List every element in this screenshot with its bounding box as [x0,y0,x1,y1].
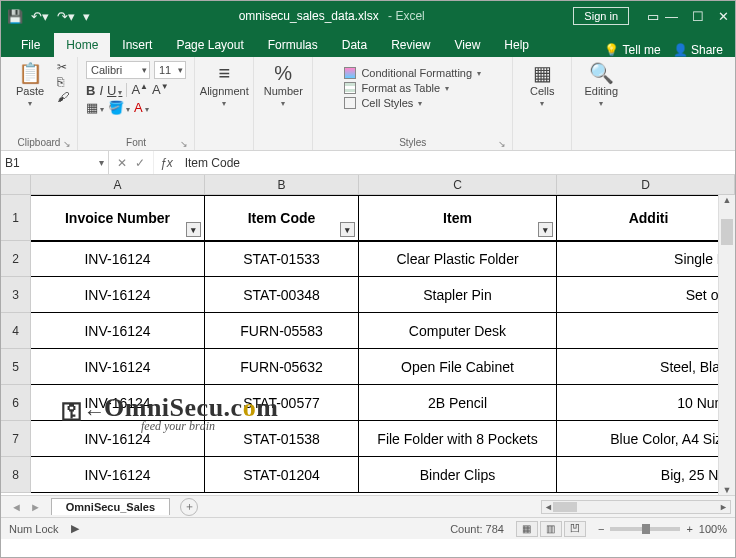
cell[interactable]: INV-16124 [31,277,205,313]
font-grow-icon[interactable]: A▲ [131,83,148,96]
row-header[interactable]: 4 [1,313,31,349]
horizontal-scrollbar[interactable]: ◄ ► [541,500,731,514]
copy-icon[interactable]: ⎘ [57,76,64,88]
undo-icon[interactable]: ↶▾ [31,9,49,24]
scroll-thumb[interactable] [721,219,733,245]
redo-icon[interactable]: ↷▾ [57,9,75,24]
fill-color-button[interactable]: 🪣 [108,101,130,114]
scroll-down-icon[interactable]: ▼ [723,485,732,495]
format-painter-icon[interactable]: 🖌 [57,91,69,103]
border-button[interactable]: ▦ [86,101,104,114]
row-header[interactable]: 7 [1,421,31,457]
cell[interactable]: STAT-01204 [205,457,359,493]
scroll-right-icon[interactable]: ► [719,502,728,512]
cell[interactable]: File Folder with 8 Pockets [359,421,557,457]
name-box[interactable]: B1 [1,151,109,174]
sign-in-button[interactable]: Sign in [573,7,629,25]
cell[interactable]: STAT-01533 [205,241,359,277]
hscroll-thumb[interactable] [553,502,577,512]
sheet-prev-icon[interactable]: ◄ [11,501,22,513]
font-size-select[interactable]: 11 [154,61,186,79]
filter-icon[interactable]: ▾ [340,222,355,237]
col-header-A[interactable]: A [31,175,205,194]
cell[interactable]: INV-16124 [31,241,205,277]
select-all-corner[interactable] [1,175,31,194]
row-header[interactable]: 2 [1,241,31,277]
cell[interactable]: 2B Pencil [359,385,557,421]
cells-button[interactable]: ▦ Cells ▾ [521,61,563,110]
tab-help[interactable]: Help [492,33,541,57]
new-sheet-button[interactable]: ＋ [180,498,198,516]
cell[interactable]: Binder Clips [359,457,557,493]
vertical-scrollbar[interactable]: ▲ ▼ [718,195,735,495]
scroll-left-icon[interactable]: ◄ [544,502,553,512]
col-header-D[interactable]: D [557,175,735,194]
cell[interactable]: Blue Color, A4 Size, [557,421,735,457]
filter-icon[interactable]: ▾ [186,222,201,237]
minimize-button[interactable]: — [665,9,678,24]
cell[interactable]: Big, 25 Nun [557,457,735,493]
tab-review[interactable]: Review [379,33,442,57]
col-header-C[interactable]: C [359,175,557,194]
tab-page-layout[interactable]: Page Layout [164,33,255,57]
macro-record-icon[interactable]: ▶ [71,522,79,535]
cut-icon[interactable]: ✂ [57,61,67,73]
filter-icon[interactable]: ▾ [538,222,553,237]
view-page-layout-button[interactable]: ▥ [540,521,562,537]
cell[interactable]: INV-16124 [31,385,205,421]
header-item-code[interactable]: Item Code ▾ [205,195,359,241]
close-button[interactable]: ✕ [718,9,729,24]
header-item[interactable]: Item ▾ [359,195,557,241]
cell-styles-button[interactable]: Cell Styles ▾ [344,97,422,109]
row-header[interactable]: 1 [1,195,31,241]
zoom-out-button[interactable]: − [598,523,604,535]
cell[interactable]: FURN-05583 [205,313,359,349]
tab-home[interactable]: Home [54,33,110,57]
enter-formula-icon[interactable]: ✓ [135,156,145,170]
save-icon[interactable]: 💾 [7,9,23,24]
font-name-select[interactable]: Calibri [86,61,150,79]
sheet-next-icon[interactable]: ► [30,501,41,513]
bold-button[interactable]: B [86,84,95,97]
tab-data[interactable]: Data [330,33,379,57]
number-button[interactable]: % Number ▾ [262,61,304,110]
ribbon-display-icon[interactable]: ▭ [647,9,659,24]
cell[interactable]: INV-16124 [31,313,205,349]
cell[interactable]: Computer Desk [359,313,557,349]
cell[interactable]: FURN-05632 [205,349,359,385]
row-header[interactable]: 3 [1,277,31,313]
cell[interactable]: STAT-00348 [205,277,359,313]
cell[interactable]: Clear Plastic Folder [359,241,557,277]
tell-me[interactable]: 💡 Tell me [604,43,660,57]
cell[interactable]: INV-16124 [31,349,205,385]
formula-bar[interactable]: Item Code [179,151,735,174]
fx-icon[interactable]: ƒx [154,151,179,174]
qat-customize-icon[interactable]: ▾ [83,9,90,24]
cell[interactable]: Single Po [557,241,735,277]
share-button[interactable]: 👤 Share [673,43,723,57]
view-page-break-button[interactable]: 凹 [564,521,586,537]
conditional-formatting-button[interactable]: Conditional Formatting ▾ [344,67,481,79]
editing-button[interactable]: 🔍 Editing ▾ [580,61,622,110]
cell[interactable]: 10 Numb [557,385,735,421]
view-normal-button[interactable]: ▦ [516,521,538,537]
cell[interactable]: Set of 1 [557,277,735,313]
header-invoice-number[interactable]: Invoice Number ▾ [31,195,205,241]
col-header-B[interactable]: B [205,175,359,194]
scroll-up-icon[interactable]: ▲ [723,195,732,205]
sheet-tab[interactable]: OmniSecu_Sales [51,498,170,515]
cell[interactable]: STAT-00577 [205,385,359,421]
cell[interactable]: INV-16124 [31,457,205,493]
row-header[interactable]: 6 [1,385,31,421]
cell[interactable]: INV-16124 [31,421,205,457]
maximize-button[interactable]: ☐ [692,9,704,24]
cancel-formula-icon[interactable]: ✕ [117,156,127,170]
row-header[interactable]: 5 [1,349,31,385]
header-additional[interactable]: Additi [557,195,735,241]
cell[interactable]: Steel, Black [557,349,735,385]
font-shrink-icon[interactable]: A▼ [152,83,169,96]
alignment-button[interactable]: ≡ Alignment ▾ [203,61,245,110]
cell[interactable]: Bi [557,313,735,349]
tab-view[interactable]: View [443,33,493,57]
tab-formulas[interactable]: Formulas [256,33,330,57]
